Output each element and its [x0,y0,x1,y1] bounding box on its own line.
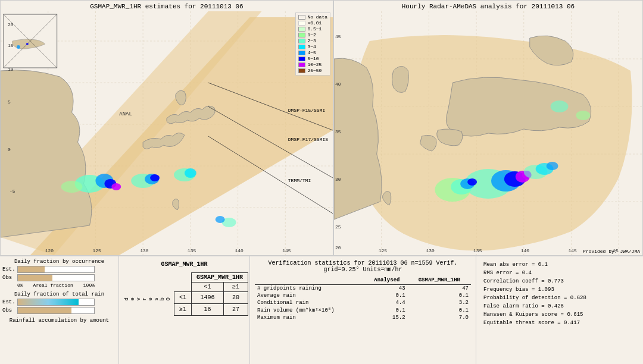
obs-bar1 [17,274,95,281]
stats-gsmap-1: 0.1 [408,292,471,299]
svg-text:30: 30 [335,177,341,182]
svg-point-30 [26,43,29,45]
stats-gsmap-0: 47 [408,285,471,292]
stats-label-1: Average rain [255,292,366,299]
svg-text:20: 20 [8,22,14,27]
charts-area: Daily fraction by occurrence Est. Obs 0% [0,256,119,364]
cell-c: 16 [192,304,224,316]
row-lt1-label: <1 [174,292,192,304]
axis1: 0% Areal fraction 100% [17,283,95,288]
maps-section: GSMAP_MWR_1HR estimates for 20111013 06 [0,0,643,256]
col-analysed-header: Analysed [366,277,408,285]
svg-point-70 [551,101,569,112]
rainfall-accumulation-label: Rainfall accumulation by amount [2,318,116,324]
svg-point-23 [61,181,83,193]
svg-text:130: 130 [140,248,149,253]
stats-row-4: Maximum rain 15.2 7.0 [255,314,471,321]
stats-label-2: Conditional rain [255,299,366,306]
svg-text:135: 135 [188,248,196,253]
obs-bar2 [17,307,95,314]
est-bar2 [17,299,95,306]
col-ge1-header: ≥1 [224,283,248,292]
svg-text:120: 120 [45,248,54,253]
cell-a: 1496 [192,292,224,304]
main-container: GSMAP_MWR_1HR estimates for 20111013 06 [0,0,643,364]
svg-text:40: 40 [335,81,341,87]
svg-text:125: 125 [379,248,388,253]
stats-table: Analysed GSMAP_MWR_1HR # gridpoints rain… [255,277,471,321]
est-label1: Est. [2,266,17,272]
right-map-container: Hourly Radar-AMeDAS analysis for 2011101… [333,0,643,256]
obs-label2: Obs [2,307,17,313]
est-bar1 [17,266,95,273]
stats-gsmap-3: 0.1 [408,306,471,314]
stats-analysed-2: 4.4 [366,299,408,306]
svg-text:130: 130 [426,248,435,253]
svg-text:125: 125 [92,248,101,253]
metric-2: Correlation coeff = 0.773 [482,278,589,285]
svg-text:20: 20 [335,245,341,250]
right-map-title: Hourly Radar-AMeDAS analysis for 2011101… [334,2,642,11]
col-gsmap-header: GSMAP_MWR_1HR [408,277,471,285]
metric-6: Hanssen & Kuipers score = 0.615 [482,311,589,318]
stats-row-3: Rain volume (mm*km²×10⁸) 0.1 0.1 [255,306,471,314]
svg-point-69 [547,162,558,170]
cell-d: 27 [224,304,248,316]
svg-text:0: 0 [8,147,11,152]
left-map-svg: 20 15 10 5 0 -5 120 125 130 135 140 145 … [1,11,333,255]
svg-point-29 [17,45,20,49]
svg-text:25: 25 [335,224,341,230]
fraction-occurrence-title: Daily fraction by occurrence [2,259,116,265]
fraction-rain-title: Daily fraction of total rain [2,291,116,297]
svg-text:145: 145 [568,248,577,253]
svg-text:10: 10 [8,67,14,72]
metric-5: False alarm ratio = 0.426 [482,303,589,310]
svg-text:135: 135 [473,248,482,253]
col-lt1-header: <1 [192,283,224,292]
obs-vertical-label: Observed [124,296,171,300]
svg-text:ANAL: ANAL [119,111,132,117]
fraction-rain-chart: Est. Obs [2,299,116,314]
metrics-area: Mean abs error = 0.1 RMS error = 0.4 Cor… [476,256,595,364]
svg-point-17 [111,183,121,190]
right-map-svg: 45 40 35 30 25 20 125 130 135 140 145 15 [334,11,642,255]
left-map-container: GSMAP_MWR_1HR estimates for 20111013 06 [0,0,333,256]
row-ge1-label: ≥1 [174,304,192,316]
metric-1: RMS error = 0.4 [482,269,589,277]
svg-text:15: 15 [8,43,14,48]
svg-point-20 [150,174,160,181]
satellite-label-f17: DMSP-F17/SSMIS [288,137,328,142]
obs-label1: Obs [2,275,17,281]
cell-b: 20 [224,292,248,304]
stats-area: Verification statistics for 20111013 06 … [250,256,476,364]
metric-3: Frequency bias = 1.093 [482,286,589,293]
stats-label-0: # gridpoints raining [255,285,366,292]
svg-point-66 [467,178,477,186]
svg-text:140: 140 [235,248,244,253]
svg-point-22 [185,168,196,178]
stats-analysed-0: 43 [366,285,408,292]
stats-label-3: Rain volume (mm*km²×10⁸) [255,306,366,314]
fraction-occurrence-chart: Est. Obs 0% Areal fraction 100% [2,266,116,288]
stats-analysed-3: 0.1 [366,306,408,314]
svg-point-71 [576,111,590,120]
stats-gsmap-2: 3.2 [408,299,471,306]
stats-title: Verification statistics for 20111013 06 … [255,260,471,273]
stats-row-0: # gridpoints raining 43 47 [255,285,471,292]
contingency-area: GSMAP_MWR_1HR Observed GSMAP_MWR_1HR <1 … [119,256,250,364]
provided-by-label: Provided by: JWA/JMA [583,249,640,254]
satellite-label-f15: DMSP-F15/SSMI [288,108,328,113]
metric-4: Probability of detection = 0.628 [482,294,589,302]
contingency-gsmap-header: GSMAP_MWR_1HR [192,273,248,283]
svg-text:140: 140 [521,248,530,253]
svg-text:-5: -5 [10,189,15,194]
metric-7: Equitable threat score = 0.417 [482,319,589,327]
svg-text:45: 45 [335,34,341,39]
stats-row-1: Average rain 0.1 0.1 [255,292,471,299]
stats-row-2: Conditional rain 4.4 3.2 [255,299,471,306]
contingency-title: GSMAP_MWR_1HR [124,261,245,268]
est-label2: Est. [2,299,17,305]
stats-analysed-4: 15.2 [366,314,408,321]
satellite-label-trmm: TRMM/TMI [288,178,328,183]
svg-text:35: 35 [335,129,341,134]
